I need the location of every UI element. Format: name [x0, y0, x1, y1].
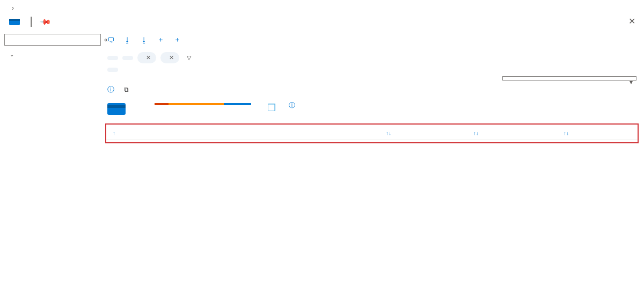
- filter-tipo[interactable]: ✕: [160, 52, 179, 63]
- filter-suscripcion[interactable]: [107, 56, 118, 60]
- plus-icon: ＋: [157, 35, 164, 45]
- download-icon: ⭳: [124, 36, 131, 44]
- filter-row-2: [105, 65, 639, 74]
- remove-filter-icon[interactable]: ✕: [146, 54, 151, 61]
- cost-card-icon: [107, 101, 126, 117]
- pin-icon[interactable]: 📌: [39, 15, 52, 27]
- info-icon: ⓘ: [107, 85, 114, 94]
- table-header: ↑ ↑↓ ↑↓ ↑↓: [106, 126, 638, 140]
- chevron-right-icon: ›: [12, 4, 14, 12]
- comentarios-button[interactable]: 🗨: [107, 35, 116, 45]
- sort-icon: ↑↓: [473, 130, 479, 136]
- svg-rect-1: [9, 19, 20, 21]
- cube-icon: ❒: [267, 102, 276, 114]
- svg-rect-3: [107, 105, 126, 108]
- main-content: 🗨 ⭳ ⭳ ＋ ＋ ✕ ✕ ▽ ⓘ ⧉: [102, 32, 644, 298]
- comment-icon: 🗨: [107, 36, 114, 44]
- download-pdf-button[interactable]: ⭳: [141, 35, 150, 45]
- summary-row: ❒ ⓘ: [105, 100, 639, 123]
- add-filter-button[interactable]: ▽: [184, 52, 197, 63]
- filter-estado[interactable]: [122, 56, 133, 60]
- external-link-icon: ⧉: [124, 86, 129, 93]
- col-desc[interactable]: [164, 130, 380, 136]
- close-icon[interactable]: ✕: [628, 16, 635, 26]
- advisor-icon: [9, 16, 20, 27]
- remove-filter-icon[interactable]: ✕: [169, 54, 174, 61]
- filter-grupo[interactable]: ✕: [137, 52, 156, 63]
- sort-icon: ↑↓: [386, 130, 391, 136]
- col-res[interactable]: ↑↓: [472, 130, 558, 136]
- svg-rect-2: [107, 103, 126, 115]
- crear-resumen-button[interactable]: ＋: [174, 35, 183, 45]
- filter-row: ✕ ✕ ▽: [105, 50, 639, 65]
- info-banner: ⓘ ⧉: [105, 84, 639, 100]
- plus-icon: ＋: [174, 35, 181, 45]
- search-input[interactable]: [4, 34, 101, 46]
- recommendations-table: ↑ ↑↓ ↑↓ ↑↓: [105, 123, 639, 143]
- col-impact[interactable]: ↑: [112, 130, 160, 136]
- sidebar-group-recomendaciones[interactable]: ⌄: [4, 49, 102, 60]
- col-save[interactable]: ↑↓: [385, 130, 468, 136]
- page-header: | 📌 ✕: [0, 13, 644, 32]
- filter-compromisos[interactable]: [107, 68, 118, 72]
- impact-bar: [155, 103, 251, 105]
- chevron-down-icon: ⌄: [10, 52, 16, 57]
- sort-icon: ↑: [113, 130, 115, 136]
- toolbar: 🗨 ⭳ ⭳ ＋ ＋: [105, 32, 639, 50]
- col-upd[interactable]: ↑↓: [562, 130, 632, 136]
- info-icon: ⓘ: [289, 101, 295, 110]
- page-subtitle: |: [27, 15, 35, 27]
- sidebar: 🔍 « ⌄: [0, 32, 102, 298]
- download-csv-button[interactable]: ⭳: [124, 35, 133, 45]
- crear-alerta-button[interactable]: ＋: [157, 35, 166, 45]
- grouping-select[interactable]: [502, 76, 636, 81]
- breadcrumb: ›: [0, 0, 644, 13]
- sort-icon: ↑↓: [564, 130, 569, 136]
- download-icon: ⭳: [141, 36, 148, 44]
- filter-icon: ▽: [187, 54, 191, 61]
- collapse-sidebar-icon[interactable]: «: [104, 36, 108, 43]
